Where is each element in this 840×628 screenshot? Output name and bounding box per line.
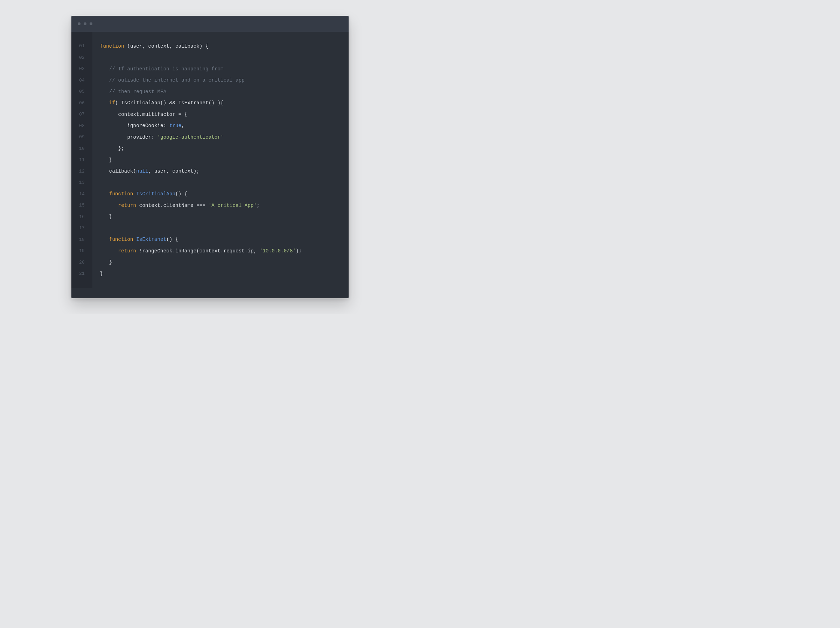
line-number: 11 (71, 154, 92, 166)
token-null: null (136, 168, 148, 174)
line-number: 02 (71, 52, 92, 63)
token-default: } (100, 157, 112, 163)
line-number: 21 (71, 268, 92, 279)
code-area[interactable]: function (user, context, callback) { // … (92, 32, 349, 288)
line-number: 05 (71, 86, 92, 97)
code-line[interactable]: provider: 'google-authenticator' (100, 131, 349, 143)
token-default: ; (257, 202, 260, 208)
token-default: context.multifactor = { (100, 112, 187, 117)
token-keyword: function (109, 191, 133, 197)
line-number: 06 (71, 97, 92, 109)
line-number: 17 (71, 222, 92, 234)
line-number: 03 (71, 63, 92, 74)
line-number: 07 (71, 109, 92, 120)
token-string: 'A critical App' (208, 202, 257, 208)
code-line[interactable]: function IsCriticalApp() { (100, 188, 349, 200)
token-default: () { (166, 237, 178, 242)
line-number: 18 (71, 234, 92, 245)
line-number: 01 (71, 40, 92, 52)
token-default: }; (100, 146, 124, 151)
code-line[interactable]: // If authentication is happening from (100, 63, 349, 74)
token-keyword: return (118, 202, 136, 208)
token-default: } (100, 214, 112, 220)
token-keyword: function (100, 43, 124, 49)
code-line[interactable] (100, 222, 349, 234)
token-default: , user, context); (148, 168, 199, 174)
line-number: 16 (71, 211, 92, 223)
token-default: (user, context, callback) { (124, 43, 208, 49)
line-number: 10 (71, 143, 92, 154)
token-default (133, 191, 136, 197)
token-default: ); (296, 248, 302, 254)
code-line[interactable]: function (user, context, callback) { (100, 40, 349, 52)
token-default: () { (175, 191, 187, 197)
window-titlebar (71, 16, 349, 32)
token-default (100, 248, 118, 254)
line-number-gutter: 0102030405060708091011121314151617181920… (71, 32, 92, 288)
close-icon[interactable] (78, 22, 81, 25)
minimize-icon[interactable] (84, 22, 87, 25)
code-line[interactable]: if( IsCriticalApp() && IsExtranet() ){ (100, 97, 349, 109)
code-line[interactable]: // then request MFA (100, 86, 349, 97)
token-fn: IsExtranet (136, 237, 166, 242)
code-line[interactable]: function IsExtranet() { (100, 234, 349, 245)
code-line[interactable]: } (100, 211, 349, 223)
code-line[interactable] (100, 177, 349, 188)
token-default: !rangeCheck.inRange(context.request.ip, (136, 248, 260, 254)
line-number: 15 (71, 199, 92, 211)
token-default: } (100, 259, 112, 265)
code-line[interactable]: return !rangeCheck.inRange(context.reque… (100, 245, 349, 256)
token-bool: true (169, 123, 181, 128)
token-fn: IsCriticalApp (136, 191, 175, 197)
token-comment: // If authentication is happening from (100, 66, 224, 72)
token-default: context.clientName === (136, 202, 208, 208)
token-default (100, 100, 109, 106)
code-line[interactable]: } (100, 256, 349, 268)
token-default: ignoreCookie: (100, 123, 169, 128)
token-keyword: return (118, 248, 136, 254)
code-line[interactable] (100, 52, 349, 63)
editor-body: 0102030405060708091011121314151617181920… (71, 32, 349, 298)
line-number: 20 (71, 256, 92, 268)
code-line[interactable]: return context.clientName === 'A critica… (100, 199, 349, 211)
line-number: 08 (71, 120, 92, 131)
code-editor-window: 0102030405060708091011121314151617181920… (71, 16, 349, 298)
code-line[interactable]: context.multifactor = { (100, 109, 349, 120)
line-number: 19 (71, 245, 92, 256)
token-default: , (181, 123, 185, 128)
line-number: 04 (71, 74, 92, 86)
token-default: callback( (100, 168, 136, 174)
code-line[interactable]: } (100, 268, 349, 279)
code-line[interactable]: } (100, 154, 349, 166)
line-number: 14 (71, 188, 92, 200)
token-default: } (100, 271, 103, 277)
line-number: 13 (71, 177, 92, 188)
code-line[interactable]: callback(null, user, context); (100, 166, 349, 177)
token-comment: // outisde the internet and on a critica… (100, 78, 245, 83)
token-default (133, 237, 136, 242)
code-line[interactable]: }; (100, 143, 349, 154)
token-string: '10.0.0.0/8' (260, 248, 296, 254)
token-comment: // then request MFA (100, 89, 166, 95)
token-string: 'google-authenticator' (157, 134, 223, 140)
token-default (100, 191, 109, 197)
line-number: 12 (71, 166, 92, 177)
token-default: provider: (100, 134, 157, 140)
code-line[interactable]: // outisde the internet and on a critica… (100, 74, 349, 86)
token-keyword: function (109, 237, 133, 242)
token-default (100, 202, 118, 208)
token-default (100, 237, 109, 242)
token-keyword: if (109, 100, 115, 106)
token-default: ( IsCriticalApp() && IsExtranet() ){ (115, 100, 224, 106)
line-number: 09 (71, 131, 92, 143)
code-line[interactable]: ignoreCookie: true, (100, 120, 349, 131)
maximize-icon[interactable] (90, 22, 92, 25)
